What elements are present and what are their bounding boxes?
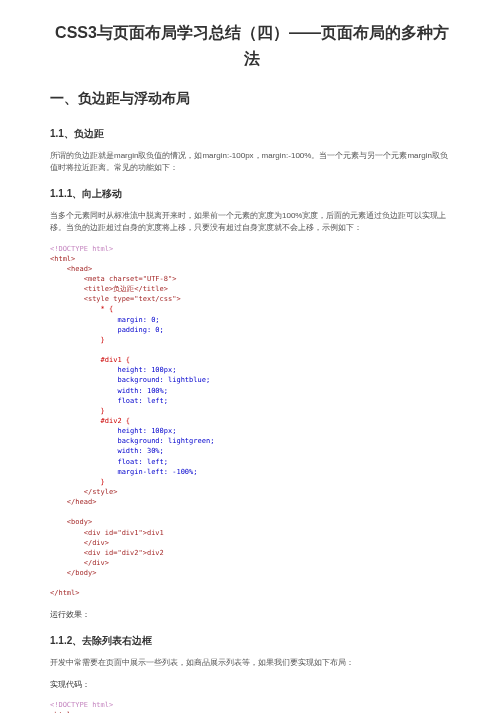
paragraph-1-1-1: 当多个元素同时从标准流中脱离开来时，如果前一个元素的宽度为100%宽度，后面的元… [50, 210, 454, 234]
paragraph-1-1-2: 开发中常需要在页面中展示一些列表，如商品展示列表等，如果我们要实现如下布局： [50, 657, 454, 669]
result-label: 运行效果： [50, 609, 454, 622]
section-heading-1-1: 1.1、负边距 [50, 126, 454, 142]
section-heading-1: 一、负边距与浮动布局 [50, 87, 454, 109]
section-heading-1-1-2: 1.1.2、去除列表右边框 [50, 633, 454, 649]
section-heading-1-1-1: 1.1.1、向上移动 [50, 186, 454, 202]
paragraph-1-1: 所谓的负边距就是margin取负值的情况，如margin:-100px，marg… [50, 150, 454, 174]
code-block-1: <!DOCTYPE html> <html> <head> <meta char… [50, 244, 454, 599]
impl-label: 实现代码： [50, 679, 454, 692]
page-title: CSS3与页面布局学习总结（四）——页面布局的多种方法 [50, 20, 454, 71]
code-block-2: <!DOCTYPE html> <html> <head> <meta char… [50, 700, 454, 713]
